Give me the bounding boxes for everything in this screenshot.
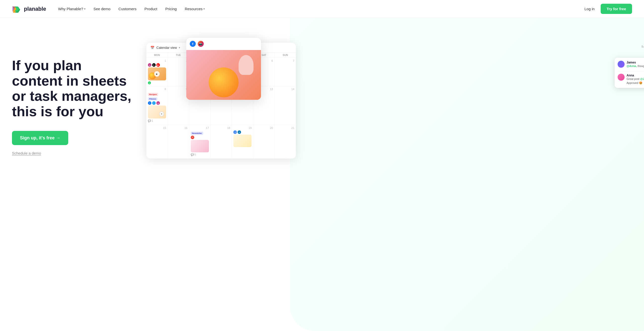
hero-section: If you plan content in sheets or task ma…	[0, 18, 644, 331]
calendar-icon: 📅	[150, 46, 154, 49]
cal-cell-2: 2	[168, 58, 189, 86]
cal-cell-17: 17 Newsletter ✉ 💬 5	[189, 125, 210, 159]
cal-cell-8: 8 Recipes Fitness f t ig + 💬	[146, 86, 168, 125]
chevron-down-icon: ▾	[84, 7, 86, 10]
navbar: planable Why Planable? ▾ See demo Custom…	[0, 0, 644, 18]
email-icon: ✉	[191, 136, 194, 139]
cal-cell-9: 9	[168, 86, 189, 125]
social-icons-row: ig tk ▶	[148, 63, 166, 67]
add-post-button[interactable]: +	[159, 111, 164, 116]
anna-mention: @James	[640, 77, 644, 80]
post-thumbnail-1: ▶	[148, 67, 166, 80]
instagram-social-icon: 📷	[198, 41, 204, 47]
twitter-icon: t	[152, 101, 156, 105]
recipes-tag: Recipes	[148, 93, 158, 96]
hand-decoration	[238, 55, 254, 75]
cal-cell-20: 20	[253, 125, 274, 159]
facebook-social-icon: f	[190, 41, 196, 47]
comment-james: James @Anna, thoughts?	[618, 61, 644, 68]
saturday-label: SAT	[642, 45, 644, 48]
anna-avatar	[618, 74, 624, 81]
comment-icon: 💬	[148, 119, 151, 122]
anna-comment-text: Great post @James Approved 🤩	[626, 77, 644, 85]
linkedin-icon: in	[238, 130, 241, 134]
anna-name: Anna	[626, 74, 644, 77]
cal-num-21: 21	[276, 126, 294, 129]
google-icon: G	[233, 130, 237, 134]
cal-cell-1: 1 ig tk ▶ ▶ w	[146, 58, 168, 86]
newsletter-comments: 💬 5	[191, 152, 209, 157]
nav-link-why-planable[interactable]: Why Planable? ▾	[58, 7, 86, 11]
cal-num-7: 7	[276, 59, 294, 62]
anna-suffix: Approved 🤩	[626, 81, 642, 84]
planable-logo-svg	[12, 4, 21, 13]
comment-anna: Anna Great post @James Approved 🤩	[618, 74, 644, 85]
social-icons-row-4: G in	[233, 130, 252, 134]
instagram-icon-2: ig	[156, 101, 160, 105]
big-post-card: f 📷	[186, 38, 261, 100]
try-for-free-button[interactable]: Try for free	[601, 4, 632, 14]
comment-overlay: James @Anna, thoughts? Anna Great post @…	[614, 58, 644, 88]
fitness-tag: Fitness	[148, 97, 158, 100]
nav-links: Why Planable? ▾ See demo Customers Produ…	[58, 7, 584, 11]
cal-num-18: 18	[212, 126, 230, 129]
login-button[interactable]: Log in	[584, 7, 595, 11]
cal-cell-18: 18	[211, 125, 232, 159]
james-comment-text: @Anna, thoughts?	[626, 64, 644, 68]
nav-link-customers[interactable]: Customers	[118, 7, 137, 11]
day-header-sun: SUN	[275, 53, 296, 57]
cal-cell-7: 7	[275, 58, 296, 86]
post-thumbnail-2: +	[148, 105, 166, 118]
youtube-icon: ▶	[156, 63, 160, 67]
cal-num-1: 1	[148, 59, 166, 62]
james-avatar	[618, 61, 624, 68]
comment-anna-content: Anna Great post @James Approved 🤩	[626, 74, 644, 85]
whatsapp-icon: w	[148, 81, 151, 84]
nav-link-resources[interactable]: Resources ▾	[185, 7, 205, 11]
schedule-demo-button[interactable]: Schedule a demo	[12, 151, 41, 155]
cal-num-17: 17	[191, 126, 209, 129]
cal-cell-16: 16	[168, 125, 189, 159]
nav-link-pricing[interactable]: Pricing	[165, 7, 177, 11]
hero-headline: If you plan content in sheets or task ma…	[12, 58, 132, 119]
calendar-dropdown-icon: ▾	[179, 46, 180, 49]
cal-num-20: 20	[255, 126, 273, 129]
comments-row: 💬 1	[148, 118, 166, 123]
nav-actions: Log in Try for free	[584, 4, 632, 14]
calendar-view-label: Calendar view	[156, 46, 177, 49]
cal-num-14: 14	[276, 88, 294, 91]
cal-cell-19: 19 G in	[232, 125, 253, 159]
cal-num-19: 19	[233, 126, 252, 129]
tiktok-icon: tk	[152, 63, 156, 67]
orange-fruit	[209, 67, 238, 97]
james-mention: @Anna,	[626, 64, 637, 67]
day-header-tue: TUE	[168, 53, 189, 57]
social-icons-row-3: ✉	[191, 136, 209, 139]
chevron-down-icon-2: ▾	[204, 7, 205, 10]
whatsapp-row: w	[148, 81, 166, 84]
day-header-mon: MON	[146, 53, 168, 57]
signup-button[interactable]: Sign up, it's free →	[12, 131, 68, 145]
big-post-header: f 📷	[186, 38, 261, 50]
logo-text: planable	[24, 6, 46, 12]
newsletter-thumbnail	[191, 140, 209, 152]
comment-icon-2: 💬	[191, 153, 194, 156]
facebook-icon: f	[148, 101, 152, 105]
nav-link-see-demo[interactable]: See demo	[94, 7, 110, 11]
cal-num-8: 8	[148, 88, 166, 91]
instagram-icon: ig	[148, 63, 152, 67]
james-name: James	[626, 61, 644, 64]
comment-divider	[618, 71, 644, 71]
cal-cell-21: 21	[275, 125, 296, 159]
hero-mockup: SAT 📅 Calendar view ▾ MON TUE WED THU FR…	[146, 38, 632, 177]
play-button-icon: ▶	[154, 71, 160, 77]
cal-num-15: 15	[148, 126, 166, 129]
newsletter-tag: Newsletter	[191, 132, 203, 135]
comment-james-content: James @Anna, thoughts?	[626, 61, 644, 68]
cal-num-2: 2	[169, 59, 188, 62]
logo[interactable]: planable	[12, 4, 46, 14]
cal-num-9: 9	[169, 88, 188, 91]
social-icons-row-2: f t ig	[148, 101, 166, 105]
anna-text: Great post	[626, 77, 639, 80]
nav-link-product[interactable]: Product	[144, 7, 158, 11]
